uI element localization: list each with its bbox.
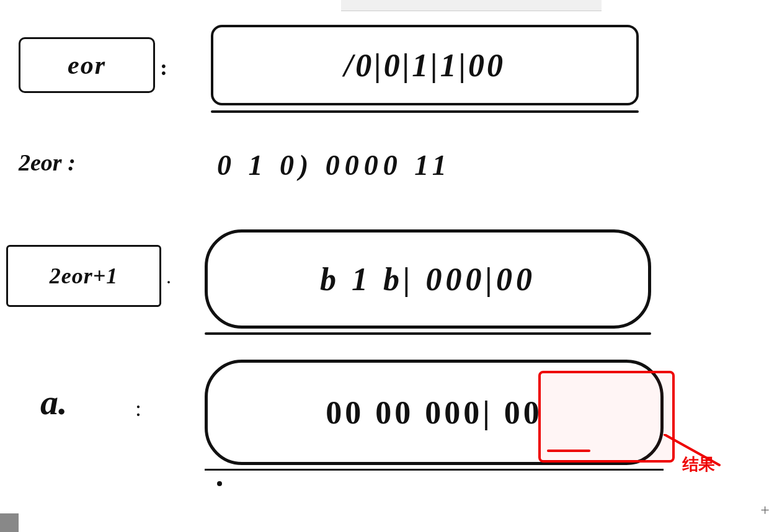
row4-colon: : xyxy=(135,396,141,422)
row1-underline xyxy=(211,110,639,113)
row3-colon: . xyxy=(166,265,171,288)
row1-label-text: eor xyxy=(68,50,106,80)
row3-underline xyxy=(205,332,651,335)
toolbar-area xyxy=(341,0,602,11)
row3-binary-box: b 1 b| 000|00 xyxy=(205,229,651,329)
row1-binary-text: /0|0|1|1|00 xyxy=(344,47,505,84)
red-underline-mark xyxy=(547,450,590,452)
bottom-left-strip xyxy=(0,513,19,532)
row4-label-text: a. xyxy=(40,381,68,423)
row2-label-text: 2eor : xyxy=(19,149,76,176)
row2-binary-text: 0 1 0) 0000 11 xyxy=(217,149,451,182)
red-highlight-box xyxy=(538,371,675,463)
row3-label-text: 2eor+1 xyxy=(50,263,118,289)
bottom-dot xyxy=(217,481,222,486)
row4-binary-text: 00 00 000| 00 xyxy=(326,394,542,431)
result-label: 结果 xyxy=(682,454,714,476)
row4-underline xyxy=(205,469,664,471)
whiteboard-canvas: eor : /0|0|1|1|00 2eor : 0 1 0) 0000 11 … xyxy=(0,0,782,532)
row1-binary-box: /0|0|1|1|00 xyxy=(211,25,639,105)
plus-icon[interactable]: + xyxy=(760,501,770,520)
row3-binary-text: b 1 b| 000|00 xyxy=(320,261,536,298)
row1-label-box: eor xyxy=(19,37,155,93)
row3-label-box: 2eor+1 xyxy=(6,245,161,307)
row1-colon: : xyxy=(160,55,167,81)
